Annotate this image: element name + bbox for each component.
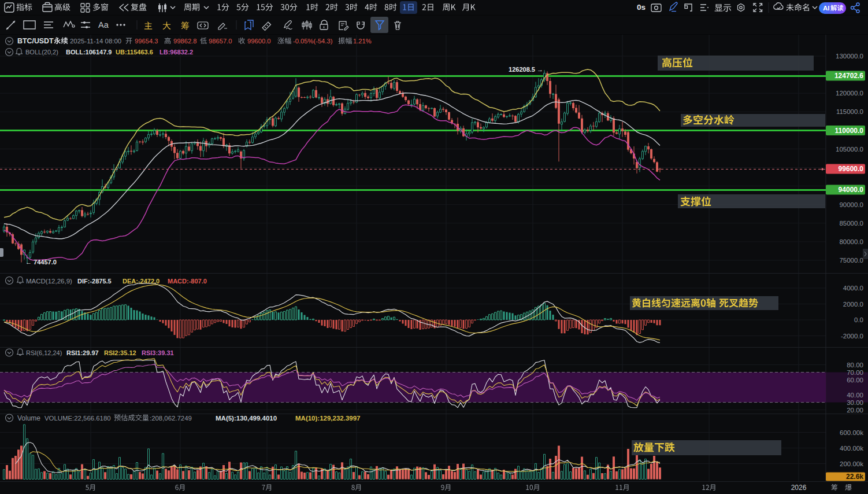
svg-text:-0.05%(-54.3): -0.05%(-54.3): [293, 38, 333, 45]
svg-text:VOLUME:22,566.6180: VOLUME:22,566.6180: [44, 415, 111, 422]
svg-text:20.00: 20.00: [847, 407, 863, 414]
svg-text:99600.0: 99600.0: [839, 165, 864, 173]
svg-text:0.0: 0.0: [854, 316, 863, 323]
svg-text:MA(5):130,499.4010: MA(5):130,499.4010: [216, 415, 277, 422]
svg-text:99654.3: 99654.3: [135, 38, 158, 45]
svg-text:30.00: 30.00: [847, 399, 863, 406]
svg-text:BOLL:106147.9: BOLL:106147.9: [66, 49, 112, 56]
svg-text:85000.0: 85000.0: [839, 220, 863, 227]
svg-text:BTC/USDT: BTC/USDT: [17, 37, 54, 45]
svg-text:115000.0: 115000.0: [836, 108, 863, 115]
svg-text:MA(10):129,232.3997: MA(10):129,232.3997: [295, 415, 361, 422]
svg-text:MACD:-807.0: MACD:-807.0: [168, 278, 207, 285]
svg-text:130000.0: 130000.0: [836, 53, 863, 60]
svg-text:RSI2:35.12: RSI2:35.12: [104, 349, 136, 356]
svg-text:120000.0: 120000.0: [836, 90, 863, 97]
svg-text:40.00: 40.00: [847, 392, 863, 399]
svg-text:99600.0: 99600.0: [247, 38, 270, 45]
svg-text:-2000.0: -2000.0: [841, 333, 863, 340]
svg-text:← 74457.0: ← 74457.0: [25, 259, 57, 266]
svg-text:LB:96832.2: LB:96832.2: [159, 49, 193, 56]
svg-text:1.21%: 1.21%: [353, 38, 372, 45]
svg-text:RSI1:29.97: RSI1:29.97: [66, 349, 99, 356]
svg-text:BOLL(20,2): BOLL(20,2): [25, 49, 58, 56]
svg-text:RSI(6,12,24): RSI(6,12,24): [26, 349, 62, 356]
svg-text:DIF:-2875.5: DIF:-2875.5: [77, 278, 112, 285]
svg-text:99862.8: 99862.8: [173, 38, 196, 45]
svg-text:124702.6: 124702.6: [834, 72, 863, 80]
svg-text:94000.0: 94000.0: [839, 186, 864, 194]
svg-text:400.00k: 400.00k: [840, 445, 863, 452]
svg-text:AI: AI: [823, 5, 830, 12]
svg-text:105000.0: 105000.0: [836, 146, 863, 153]
svg-text:2025-11-14 08:00: 2025-11-14 08:00: [70, 38, 121, 45]
svg-text:2000.0: 2000.0: [843, 301, 863, 308]
svg-text:80.00: 80.00: [847, 362, 863, 368]
svg-text::208,062.7249: :208,062.7249: [150, 415, 192, 422]
svg-text:600.00k: 600.00k: [840, 429, 863, 436]
svg-text:60.00: 60.00: [847, 377, 863, 384]
svg-text:126208.5 →: 126208.5 →: [509, 66, 543, 73]
svg-text:MACD(12,26,9): MACD(12,26,9): [26, 278, 72, 285]
svg-text:80000.0: 80000.0: [839, 238, 863, 245]
svg-text:2026: 2026: [791, 484, 807, 492]
svg-text:Aa: Aa: [98, 20, 109, 30]
svg-text:0s: 0s: [637, 3, 646, 12]
svg-text:75000.0: 75000.0: [839, 257, 863, 264]
svg-text:RSI3:39.31: RSI3:39.31: [142, 349, 174, 356]
svg-text:98657.0: 98657.0: [209, 38, 232, 45]
svg-text:DEA:-2472.0: DEA:-2472.0: [123, 278, 159, 285]
svg-text:4000.0: 4000.0: [843, 285, 863, 292]
svg-text:200.00k: 200.00k: [840, 460, 863, 467]
svg-text:22.6k: 22.6k: [846, 473, 863, 481]
svg-text:70.00: 70.00: [847, 369, 863, 376]
svg-text:UB:115463.6: UB:115463.6: [116, 49, 153, 56]
svg-text:Volume: Volume: [17, 414, 40, 422]
svg-text:110000.0: 110000.0: [835, 127, 864, 135]
svg-text:90000.0: 90000.0: [839, 201, 863, 208]
